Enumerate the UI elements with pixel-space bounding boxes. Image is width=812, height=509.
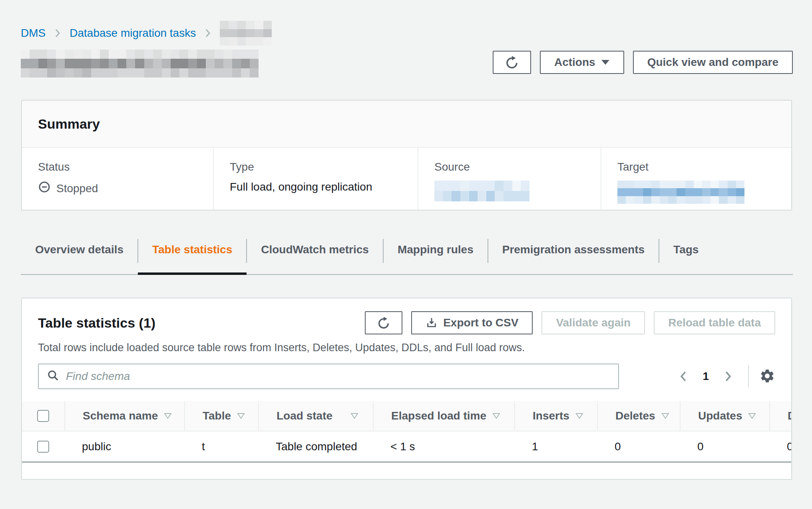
sort-icon bbox=[350, 412, 359, 420]
stopped-icon bbox=[38, 181, 51, 196]
column-label: Table bbox=[203, 410, 231, 422]
actions-label: Actions bbox=[554, 56, 595, 69]
refresh-table-button[interactable] bbox=[365, 311, 402, 334]
cell-schema-name: public bbox=[64, 431, 184, 461]
current-page-number: 1 bbox=[703, 370, 709, 383]
type-label: Type bbox=[230, 161, 418, 173]
previous-page-button[interactable] bbox=[675, 368, 692, 385]
column-label: Updates bbox=[698, 410, 742, 422]
tab-overview-details[interactable]: Overview details bbox=[21, 237, 138, 274]
export-to-csv-button[interactable]: Export to CSV bbox=[411, 311, 533, 334]
chevron-right-icon bbox=[204, 28, 212, 39]
table-statistics-actions: Export to CSV Validate again Reload tabl… bbox=[365, 311, 775, 334]
column-label: DDLs bbox=[788, 410, 791, 422]
column-label: Elapsed load time bbox=[391, 410, 486, 422]
breadcrumb-dms[interactable]: DMS bbox=[21, 27, 46, 40]
cell-elapsed-load-time: < 1 s bbox=[373, 431, 514, 461]
summary-title: Summary bbox=[38, 116, 100, 132]
summary-panel: Summary Status Stopped Type Full load, bbox=[21, 100, 792, 211]
gear-icon bbox=[759, 368, 775, 385]
summary-target-field: Target bbox=[601, 148, 791, 210]
column-label: Inserts bbox=[533, 410, 569, 422]
status-text: Stopped bbox=[56, 182, 98, 195]
summary-status-field: Status Stopped bbox=[22, 148, 213, 210]
sort-icon bbox=[575, 412, 584, 420]
refresh-icon bbox=[377, 316, 390, 330]
sort-icon bbox=[163, 412, 172, 420]
column-header-load-state[interactable]: Load state bbox=[258, 401, 373, 431]
task-detail-tabs: Overview detailsTable statisticsCloudWat… bbox=[21, 237, 793, 275]
sort-icon bbox=[237, 412, 245, 420]
select-all-cell bbox=[22, 401, 64, 431]
statistics-table: Schema nameTableLoad stateElapsed load t… bbox=[22, 401, 791, 463]
source-endpoint-redacted[interactable] bbox=[434, 181, 529, 201]
sort-icon bbox=[661, 412, 670, 420]
table-settings-button[interactable] bbox=[759, 368, 775, 385]
cell-updates: 0 bbox=[680, 431, 769, 461]
tab-cloudwatch-metrics[interactable]: CloudWatch metrics bbox=[247, 237, 383, 274]
tab-table-statistics[interactable]: Table statistics bbox=[138, 237, 247, 274]
table-statistics-title: Table statistics (1) bbox=[38, 315, 365, 331]
summary-body: Status Stopped Type Full load, ongoing r… bbox=[22, 148, 791, 210]
pagination: 1 bbox=[675, 365, 775, 388]
tab-premigration-assessments[interactable]: Premigration assessments bbox=[488, 237, 659, 274]
caret-down-icon bbox=[601, 60, 610, 65]
summary-header: Summary bbox=[22, 101, 791, 148]
column-header-table[interactable]: Table bbox=[184, 401, 258, 431]
page-title-redacted bbox=[21, 50, 259, 78]
row-select-cell bbox=[22, 431, 64, 461]
table-statistics-description: Total rows include loaded source table r… bbox=[38, 342, 775, 354]
column-label: Schema name bbox=[83, 410, 158, 422]
sort-icon bbox=[492, 412, 501, 420]
column-header-inserts[interactable]: Inserts bbox=[514, 401, 597, 431]
status-value: Stopped bbox=[38, 181, 213, 196]
column-label: Deletes bbox=[615, 410, 655, 422]
refresh-icon bbox=[505, 55, 519, 70]
table-header-row: Schema nameTableLoad stateElapsed load t… bbox=[22, 401, 791, 431]
export-download-icon bbox=[426, 317, 438, 329]
status-label: Status bbox=[38, 161, 213, 173]
column-header-schema-name[interactable]: Schema name bbox=[64, 401, 184, 431]
row-checkbox[interactable] bbox=[37, 441, 49, 453]
cell-ddls: 0 bbox=[769, 431, 791, 461]
target-label: Target bbox=[617, 161, 791, 173]
pagination-divider bbox=[748, 365, 749, 388]
column-header-updates[interactable]: Updates bbox=[680, 401, 769, 431]
dms-task-page: DMS Database migration tasks Actions bbox=[0, 0, 812, 509]
column-header-deletes[interactable]: Deletes bbox=[597, 401, 680, 431]
breadcrumb-task-name-redacted bbox=[220, 21, 272, 46]
tab-mapping-rules[interactable]: Mapping rules bbox=[383, 237, 488, 274]
breadcrumb-migration-tasks[interactable]: Database migration tasks bbox=[70, 27, 196, 40]
tab-tags[interactable]: Tags bbox=[659, 237, 713, 274]
summary-source-field: Source bbox=[418, 148, 601, 210]
validate-again-button[interactable]: Validate again bbox=[541, 311, 645, 334]
column-label: Load state bbox=[277, 410, 332, 422]
sort-icon bbox=[748, 412, 756, 420]
page-actions: Actions Quick view and compare bbox=[493, 51, 793, 74]
search-input[interactable] bbox=[66, 370, 610, 383]
refresh-button[interactable] bbox=[493, 51, 531, 74]
column-header-ddls[interactable]: DDLs bbox=[769, 401, 791, 431]
cell-load-state: Table completed bbox=[258, 431, 373, 461]
target-endpoint-redacted[interactable] bbox=[617, 181, 744, 204]
cell-inserts: 1 bbox=[514, 431, 597, 461]
breadcrumb: DMS Database migration tasks bbox=[21, 21, 272, 46]
search-icon bbox=[47, 369, 60, 384]
source-label: Source bbox=[434, 161, 601, 173]
cell-table: t bbox=[184, 431, 258, 461]
next-page-button[interactable] bbox=[719, 368, 737, 385]
reload-table-data-button[interactable]: Reload table data bbox=[654, 311, 775, 334]
quick-view-compare-button[interactable]: Quick view and compare bbox=[633, 51, 793, 74]
cell-deletes: 0 bbox=[597, 431, 680, 461]
summary-type-field: Type Full load, ongoing replication bbox=[213, 148, 418, 210]
table-row: publictTable completed< 1 s1000 bbox=[22, 431, 791, 463]
column-header-elapsed-load-time[interactable]: Elapsed load time bbox=[373, 401, 514, 431]
type-value: Full load, ongoing replication bbox=[230, 181, 418, 193]
chevron-right-icon bbox=[54, 28, 62, 39]
export-to-csv-label: Export to CSV bbox=[443, 316, 518, 329]
select-all-checkbox[interactable] bbox=[37, 410, 49, 422]
schema-search-box bbox=[38, 364, 619, 389]
table-statistics-panel: Table statistics (1) bbox=[21, 298, 792, 480]
actions-dropdown-button[interactable]: Actions bbox=[540, 51, 624, 74]
